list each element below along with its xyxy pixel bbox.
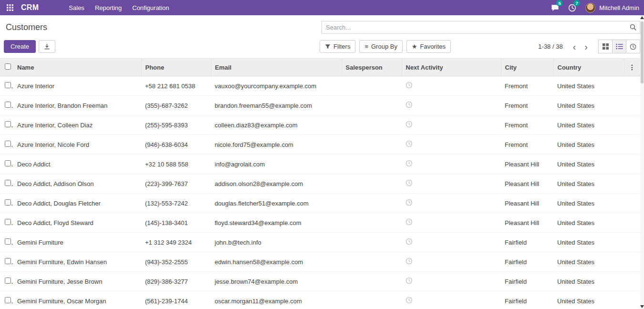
row-checkbox[interactable] xyxy=(5,238,11,245)
cell-city: Pleasant Hill xyxy=(501,213,553,233)
cell-email: floyd.steward34@example.com xyxy=(211,213,342,233)
table-row[interactable]: Azure Interior, Colleen Diaz(255)-595-83… xyxy=(0,115,640,135)
cell-phone: (145)-138-3401 xyxy=(141,213,211,233)
cell-salesperson xyxy=(342,213,402,233)
col-header-phone[interactable]: Phone xyxy=(141,59,211,76)
row-checkbox[interactable] xyxy=(5,278,11,284)
cell-name: Deco Addict, Douglas Fletcher xyxy=(13,194,141,213)
col-header-email[interactable]: Email xyxy=(211,59,342,76)
row-select-cell xyxy=(0,233,13,252)
cell-phone: (355)-687-3262 xyxy=(141,96,211,115)
col-header-next-activity[interactable]: Next Activity xyxy=(402,59,501,76)
cell-next-activity xyxy=(402,96,501,115)
cell-email: john.b@tech.info xyxy=(211,233,342,252)
pager-previous-button[interactable]: ‹ xyxy=(569,42,581,52)
export-button[interactable] xyxy=(39,40,55,53)
page-title: Customers xyxy=(6,22,47,32)
cell-options-spacer xyxy=(624,76,640,96)
view-switcher xyxy=(599,40,640,53)
table-row[interactable]: Deco Addict, Douglas Fletcher(132)-553-7… xyxy=(0,194,640,213)
next-activity-clock-icon[interactable] xyxy=(405,121,413,128)
group-by-button[interactable]: ≡ Group By xyxy=(359,40,403,53)
col-header-country[interactable]: Country xyxy=(553,59,624,76)
table-row[interactable]: Azure Interior, Brandon Freeman(355)-687… xyxy=(0,96,640,115)
cell-salesperson xyxy=(342,194,402,213)
avatar xyxy=(585,3,595,13)
next-activity-clock-icon[interactable] xyxy=(405,199,413,206)
cell-email: addison.olson28@example.com xyxy=(211,174,342,194)
table-row[interactable]: Gemini Furniture+1 312 349 2324john.b@te… xyxy=(0,233,640,252)
next-activity-clock-icon[interactable] xyxy=(405,82,413,89)
search-box[interactable] xyxy=(322,21,640,34)
search-icon[interactable] xyxy=(626,24,640,31)
cell-name: Azure Interior xyxy=(13,76,141,96)
table-row[interactable]: Azure Interior, Nicole Ford(946)-638-603… xyxy=(0,135,640,154)
row-checkbox[interactable] xyxy=(5,141,11,147)
activities-button[interactable]: 7 xyxy=(566,2,578,13)
scrollbar-thumb[interactable] xyxy=(641,21,644,83)
apps-menu-icon[interactable] xyxy=(5,2,15,13)
row-checkbox[interactable] xyxy=(5,121,11,127)
row-checkbox[interactable] xyxy=(5,102,11,108)
next-activity-clock-icon[interactable] xyxy=(405,258,413,265)
select-all-checkbox[interactable] xyxy=(5,63,11,70)
next-activity-clock-icon[interactable] xyxy=(405,179,413,186)
row-checkbox[interactable] xyxy=(5,199,11,206)
activity-view-button[interactable] xyxy=(626,40,640,53)
table-body: Azure Interior+58 212 681 0538vauxoo@you… xyxy=(0,76,640,309)
col-header-name[interactable]: Name xyxy=(13,59,141,76)
menu-sales[interactable]: Sales xyxy=(63,0,90,15)
table-row[interactable]: Azure Interior+58 212 681 0538vauxoo@you… xyxy=(0,76,640,96)
row-checkbox[interactable] xyxy=(5,297,11,303)
activity-clock-icon xyxy=(630,43,636,50)
user-menu[interactable]: Mitchell Admin xyxy=(585,3,639,13)
menu-reporting[interactable]: Reporting xyxy=(90,0,127,15)
table-row[interactable]: Deco Addict, Addison Olson(223)-399-7637… xyxy=(0,174,640,194)
scroll-down-arrow[interactable] xyxy=(640,305,644,308)
menu-configuration[interactable]: Configuration xyxy=(127,0,174,15)
cell-next-activity xyxy=(402,291,501,309)
table-row[interactable]: Gemini Furniture, Jesse Brown(829)-386-3… xyxy=(0,272,640,291)
table-row[interactable]: Deco Addict+32 10 588 558info@agrolait.c… xyxy=(0,154,640,174)
row-checkbox[interactable] xyxy=(5,219,11,225)
cell-country: United States xyxy=(553,213,624,233)
filters-button[interactable]: Filters xyxy=(320,40,355,53)
row-select-cell xyxy=(0,194,13,213)
cell-options-spacer xyxy=(624,252,640,272)
cell-phone: (132)-553-7242 xyxy=(141,194,211,213)
table-row[interactable]: Deco Addict, Floyd Steward(145)-138-3401… xyxy=(0,213,640,233)
next-activity-clock-icon[interactable] xyxy=(405,277,413,284)
scroll-up-arrow[interactable] xyxy=(640,16,644,19)
next-activity-clock-icon[interactable] xyxy=(405,160,413,167)
app-name[interactable]: CRM xyxy=(21,3,39,12)
table-row[interactable]: Gemini Furniture, Oscar Morgan(561)-239-… xyxy=(0,291,640,309)
cell-email: brandon.freeman55@example.com xyxy=(211,96,342,115)
create-button[interactable]: Create xyxy=(4,40,36,53)
row-checkbox[interactable] xyxy=(5,82,11,88)
col-header-salesperson[interactable]: Salesperson xyxy=(342,59,402,76)
col-header-city[interactable]: City xyxy=(501,59,553,76)
optional-columns-toggle[interactable]: ⋮ xyxy=(624,59,640,76)
cell-next-activity xyxy=(402,194,501,213)
favorites-button[interactable]: ★ Favorites xyxy=(406,40,451,53)
next-activity-clock-icon[interactable] xyxy=(405,238,413,245)
kanban-view-button[interactable] xyxy=(598,40,613,53)
next-activity-clock-icon[interactable] xyxy=(405,218,413,226)
cell-next-activity xyxy=(402,213,501,233)
action-buttons: Create xyxy=(4,40,320,53)
grid-icon xyxy=(7,4,13,11)
row-checkbox[interactable] xyxy=(5,258,11,264)
next-activity-clock-icon[interactable] xyxy=(405,140,413,147)
row-checkbox[interactable] xyxy=(5,180,11,186)
cell-options-spacer xyxy=(624,272,640,291)
list-view-button[interactable] xyxy=(612,40,626,53)
row-checkbox[interactable] xyxy=(5,160,11,166)
table-row[interactable]: Gemini Furniture, Edwin Hansen(943)-352-… xyxy=(0,252,640,272)
search-input[interactable] xyxy=(322,24,626,31)
next-activity-clock-icon[interactable] xyxy=(405,101,413,108)
next-activity-clock-icon[interactable] xyxy=(405,297,413,304)
messages-button[interactable]: 5 xyxy=(549,2,561,13)
vertical-scrollbar[interactable] xyxy=(640,15,644,309)
cell-options-spacer xyxy=(624,291,640,309)
pager-next-button[interactable]: › xyxy=(580,42,592,52)
